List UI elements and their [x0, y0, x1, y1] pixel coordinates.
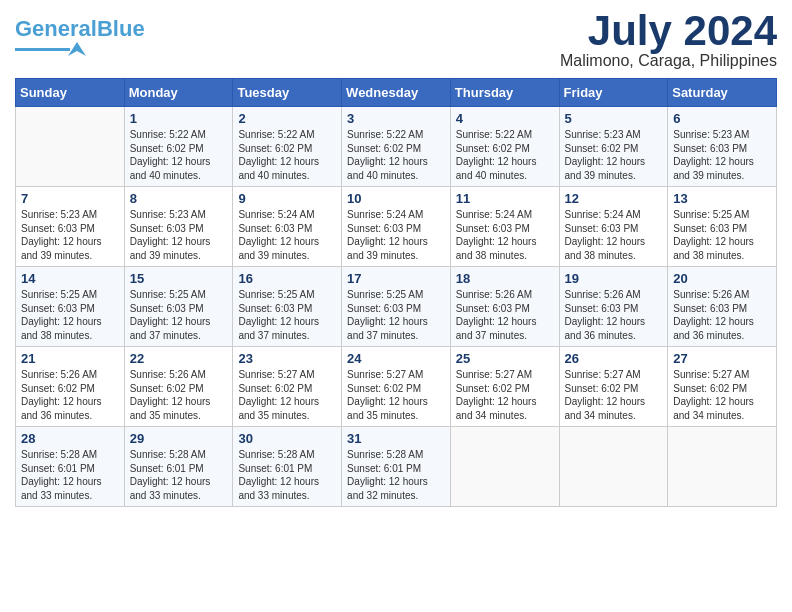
- day-info: Sunrise: 5:27 AM Sunset: 6:02 PM Dayligh…: [347, 368, 445, 422]
- day-info: Sunrise: 5:27 AM Sunset: 6:02 PM Dayligh…: [565, 368, 663, 422]
- day-info: Sunrise: 5:27 AM Sunset: 6:02 PM Dayligh…: [238, 368, 336, 422]
- day-info: Sunrise: 5:28 AM Sunset: 6:01 PM Dayligh…: [21, 448, 119, 502]
- day-info: Sunrise: 5:26 AM Sunset: 6:02 PM Dayligh…: [130, 368, 228, 422]
- calendar-cell: 12Sunrise: 5:24 AM Sunset: 6:03 PM Dayli…: [559, 187, 668, 267]
- calendar-cell: 16Sunrise: 5:25 AM Sunset: 6:03 PM Dayli…: [233, 267, 342, 347]
- calendar-cell: 6Sunrise: 5:23 AM Sunset: 6:03 PM Daylig…: [668, 107, 777, 187]
- calendar-cell: [16, 107, 125, 187]
- logo: GeneralBlue: [15, 10, 145, 56]
- day-number: 4: [456, 111, 554, 126]
- day-number: 9: [238, 191, 336, 206]
- day-number: 14: [21, 271, 119, 286]
- calendar-cell: 18Sunrise: 5:26 AM Sunset: 6:03 PM Dayli…: [450, 267, 559, 347]
- day-info: Sunrise: 5:22 AM Sunset: 6:02 PM Dayligh…: [238, 128, 336, 182]
- calendar-cell: 27Sunrise: 5:27 AM Sunset: 6:02 PM Dayli…: [668, 347, 777, 427]
- day-info: Sunrise: 5:27 AM Sunset: 6:02 PM Dayligh…: [673, 368, 771, 422]
- weekday-header-friday: Friday: [559, 79, 668, 107]
- day-number: 2: [238, 111, 336, 126]
- day-number: 16: [238, 271, 336, 286]
- calendar-cell: 26Sunrise: 5:27 AM Sunset: 6:02 PM Dayli…: [559, 347, 668, 427]
- calendar-cell: 31Sunrise: 5:28 AM Sunset: 6:01 PM Dayli…: [342, 427, 451, 507]
- calendar-cell: 11Sunrise: 5:24 AM Sunset: 6:03 PM Dayli…: [450, 187, 559, 267]
- day-number: 6: [673, 111, 771, 126]
- calendar-cell: 19Sunrise: 5:26 AM Sunset: 6:03 PM Dayli…: [559, 267, 668, 347]
- calendar-week-row: 28Sunrise: 5:28 AM Sunset: 6:01 PM Dayli…: [16, 427, 777, 507]
- calendar-cell: 28Sunrise: 5:28 AM Sunset: 6:01 PM Dayli…: [16, 427, 125, 507]
- title-area: July 2024 Malimono, Caraga, Philippines: [560, 10, 777, 70]
- weekday-header-tuesday: Tuesday: [233, 79, 342, 107]
- day-number: 7: [21, 191, 119, 206]
- day-number: 19: [565, 271, 663, 286]
- day-info: Sunrise: 5:22 AM Sunset: 6:02 PM Dayligh…: [347, 128, 445, 182]
- calendar-cell: [450, 427, 559, 507]
- calendar-cell: 13Sunrise: 5:25 AM Sunset: 6:03 PM Dayli…: [668, 187, 777, 267]
- day-number: 25: [456, 351, 554, 366]
- logo-text: GeneralBlue: [15, 18, 145, 40]
- day-info: Sunrise: 5:25 AM Sunset: 6:03 PM Dayligh…: [130, 288, 228, 342]
- day-number: 28: [21, 431, 119, 446]
- calendar-cell: 14Sunrise: 5:25 AM Sunset: 6:03 PM Dayli…: [16, 267, 125, 347]
- day-number: 24: [347, 351, 445, 366]
- day-number: 29: [130, 431, 228, 446]
- month-title: July 2024: [560, 10, 777, 52]
- calendar-cell: 9Sunrise: 5:24 AM Sunset: 6:03 PM Daylig…: [233, 187, 342, 267]
- day-number: 23: [238, 351, 336, 366]
- day-info: Sunrise: 5:24 AM Sunset: 6:03 PM Dayligh…: [238, 208, 336, 262]
- day-number: 10: [347, 191, 445, 206]
- logo-bird-icon: [68, 42, 86, 56]
- weekday-header-row: SundayMondayTuesdayWednesdayThursdayFrid…: [16, 79, 777, 107]
- day-info: Sunrise: 5:28 AM Sunset: 6:01 PM Dayligh…: [238, 448, 336, 502]
- calendar-cell: 24Sunrise: 5:27 AM Sunset: 6:02 PM Dayli…: [342, 347, 451, 427]
- day-number: 20: [673, 271, 771, 286]
- day-number: 1: [130, 111, 228, 126]
- calendar-week-row: 7Sunrise: 5:23 AM Sunset: 6:03 PM Daylig…: [16, 187, 777, 267]
- calendar-cell: [668, 427, 777, 507]
- day-info: Sunrise: 5:23 AM Sunset: 6:03 PM Dayligh…: [21, 208, 119, 262]
- day-number: 26: [565, 351, 663, 366]
- day-number: 3: [347, 111, 445, 126]
- day-info: Sunrise: 5:26 AM Sunset: 6:03 PM Dayligh…: [565, 288, 663, 342]
- weekday-header-monday: Monday: [124, 79, 233, 107]
- day-info: Sunrise: 5:23 AM Sunset: 6:03 PM Dayligh…: [673, 128, 771, 182]
- calendar-cell: 21Sunrise: 5:26 AM Sunset: 6:02 PM Dayli…: [16, 347, 125, 427]
- day-info: Sunrise: 5:28 AM Sunset: 6:01 PM Dayligh…: [130, 448, 228, 502]
- header: GeneralBlue July 2024 Malimono, Caraga, …: [15, 10, 777, 70]
- day-info: Sunrise: 5:28 AM Sunset: 6:01 PM Dayligh…: [347, 448, 445, 502]
- day-info: Sunrise: 5:25 AM Sunset: 6:03 PM Dayligh…: [673, 208, 771, 262]
- calendar-week-row: 21Sunrise: 5:26 AM Sunset: 6:02 PM Dayli…: [16, 347, 777, 427]
- calendar-cell: 5Sunrise: 5:23 AM Sunset: 6:02 PM Daylig…: [559, 107, 668, 187]
- weekday-header-saturday: Saturday: [668, 79, 777, 107]
- day-info: Sunrise: 5:23 AM Sunset: 6:02 PM Dayligh…: [565, 128, 663, 182]
- weekday-header-thursday: Thursday: [450, 79, 559, 107]
- calendar-cell: 8Sunrise: 5:23 AM Sunset: 6:03 PM Daylig…: [124, 187, 233, 267]
- location-title: Malimono, Caraga, Philippines: [560, 52, 777, 70]
- day-number: 18: [456, 271, 554, 286]
- calendar-cell: 17Sunrise: 5:25 AM Sunset: 6:03 PM Dayli…: [342, 267, 451, 347]
- day-number: 27: [673, 351, 771, 366]
- weekday-header-wednesday: Wednesday: [342, 79, 451, 107]
- calendar-cell: [559, 427, 668, 507]
- calendar-cell: 30Sunrise: 5:28 AM Sunset: 6:01 PM Dayli…: [233, 427, 342, 507]
- calendar-cell: 1Sunrise: 5:22 AM Sunset: 6:02 PM Daylig…: [124, 107, 233, 187]
- day-number: 15: [130, 271, 228, 286]
- calendar-cell: 7Sunrise: 5:23 AM Sunset: 6:03 PM Daylig…: [16, 187, 125, 267]
- day-number: 11: [456, 191, 554, 206]
- day-info: Sunrise: 5:24 AM Sunset: 6:03 PM Dayligh…: [565, 208, 663, 262]
- day-info: Sunrise: 5:26 AM Sunset: 6:03 PM Dayligh…: [456, 288, 554, 342]
- calendar-cell: 29Sunrise: 5:28 AM Sunset: 6:01 PM Dayli…: [124, 427, 233, 507]
- calendar-cell: 3Sunrise: 5:22 AM Sunset: 6:02 PM Daylig…: [342, 107, 451, 187]
- day-number: 17: [347, 271, 445, 286]
- day-info: Sunrise: 5:22 AM Sunset: 6:02 PM Dayligh…: [130, 128, 228, 182]
- day-info: Sunrise: 5:26 AM Sunset: 6:03 PM Dayligh…: [673, 288, 771, 342]
- day-number: 8: [130, 191, 228, 206]
- day-info: Sunrise: 5:26 AM Sunset: 6:02 PM Dayligh…: [21, 368, 119, 422]
- day-info: Sunrise: 5:22 AM Sunset: 6:02 PM Dayligh…: [456, 128, 554, 182]
- day-number: 12: [565, 191, 663, 206]
- day-info: Sunrise: 5:24 AM Sunset: 6:03 PM Dayligh…: [456, 208, 554, 262]
- calendar-cell: 15Sunrise: 5:25 AM Sunset: 6:03 PM Dayli…: [124, 267, 233, 347]
- logo-blue: Blue: [97, 16, 145, 41]
- logo-general: General: [15, 16, 97, 41]
- weekday-header-sunday: Sunday: [16, 79, 125, 107]
- calendar-table: SundayMondayTuesdayWednesdayThursdayFrid…: [15, 78, 777, 507]
- calendar-week-row: 1Sunrise: 5:22 AM Sunset: 6:02 PM Daylig…: [16, 107, 777, 187]
